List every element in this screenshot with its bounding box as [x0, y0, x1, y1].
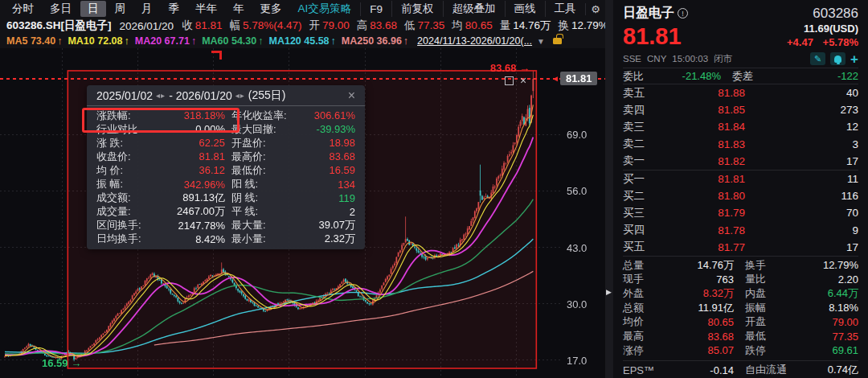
tooltip-row-value: 18.98: [329, 137, 355, 149]
tooltip-row-value: 2: [350, 206, 355, 218]
tooltip-row-right-1: 最大回撤:-39.93%: [231, 122, 355, 136]
range-end-date: 2026/01/20: [176, 89, 232, 102]
ma-label: MA120: [268, 35, 304, 47]
stats-row-最高: 最高83.68最低77.35: [623, 329, 858, 343]
field-label: 高: [357, 19, 368, 31]
candlestick-chart-region[interactable]: 69.056.043.030.017.0 ◄ 81.81 83.68 → × 1…: [0, 48, 605, 378]
orderbook-row-卖一[interactable]: 卖一81.8217: [623, 153, 858, 170]
menu-item-超级叠加[interactable]: 超级叠加: [443, 1, 505, 17]
edit-icon[interactable]: ✎: [810, 52, 825, 65]
range-dropdown-icon[interactable]: ▼: [537, 37, 545, 46]
y-axis-tick-17.0: 17.0: [567, 355, 587, 367]
orderbook-volume: 3: [745, 138, 858, 150]
alert-bell-icon[interactable]: [830, 52, 845, 65]
tooltip-row-value: 2.32万: [325, 232, 355, 246]
menu-item-画线[interactable]: 画线: [505, 1, 545, 17]
field-幅: 幅5.78%(4.47): [229, 18, 301, 33]
stats-row-涨停: 涨停85.07跌停69.61: [623, 343, 858, 358]
ma-legend-MA120: MA120 45.58↑: [268, 35, 335, 47]
tab-period-分时[interactable]: 分时: [5, 1, 41, 17]
orderbook-row-卖三[interactable]: 卖三81.8412: [623, 118, 858, 135]
tooltip-close-icon[interactable]: ×: [348, 89, 355, 102]
ma-legend-MA20: MA20 67.71↑: [135, 35, 196, 47]
stock-app-window: 分时多日日周月季半年年更多 AI交易策略F9前复权超级叠加画线工具⚙?› 603…: [0, 0, 868, 378]
orderbook-level-label: 卖三: [623, 120, 660, 134]
orderbook-row-卖五[interactable]: 卖五81.8840: [623, 84, 858, 101]
field-低: 低77.35: [404, 18, 444, 33]
panel-divider[interactable]: ▶: [605, 0, 613, 378]
drawing-delete-icon[interactable]: ×: [520, 75, 526, 86]
field-value: 81.81: [195, 19, 223, 31]
stock-name: 日盈电子: [623, 5, 674, 22]
ma-legend-MA250: MA250 36.96↑: [342, 35, 408, 47]
tooltip-row-label: 平 线:: [231, 204, 258, 219]
ma-value: 73.40: [31, 35, 55, 47]
usd-price: 11.69(USD): [780, 23, 858, 35]
tab-period-日[interactable]: 日: [80, 1, 106, 17]
tab-period-周[interactable]: 周: [108, 1, 133, 17]
orderbook-row-买四[interactable]: 买四81.789: [623, 222, 858, 239]
menu-item-F9[interactable]: F9: [360, 2, 391, 16]
exchange-label: SSE: [623, 54, 641, 64]
tab-period-季[interactable]: 季: [162, 1, 187, 17]
orderbook-level-label: 买五: [623, 240, 660, 254]
visible-range-text[interactable]: 2024/11/13-2026/01/20(...: [417, 35, 532, 47]
stat-label: 开盘: [745, 314, 792, 329]
field-量: 量14.76万: [500, 18, 551, 33]
unlock-icon[interactable]: [553, 38, 562, 44]
orderbook-row-买一[interactable]: 买一81.8111: [623, 171, 858, 187]
orderbook-row-卖四[interactable]: 卖四81.85273: [623, 101, 858, 118]
ma-label: MA20: [135, 35, 165, 47]
tooltip-row-right-9: 最小量:2.32万: [231, 232, 355, 246]
tab-period-半年[interactable]: 半年: [188, 1, 224, 17]
orderbook-row-卖二[interactable]: 卖二81.833: [623, 136, 858, 153]
orderbook-row-买五[interactable]: 买五81.7717: [623, 239, 858, 256]
stat-label: 内盘: [745, 286, 792, 301]
free-float-value: 0.74亿: [792, 363, 858, 377]
drawing-tools: ×: [505, 75, 526, 86]
field-value: 83.68: [370, 19, 397, 31]
eps-value: -0.14: [660, 364, 734, 376]
settings-gear-icon[interactable]: ⚙: [585, 3, 606, 15]
tab-period-多日[interactable]: 多日: [43, 1, 79, 17]
price-row: 81.81 11.69(USD) +4.47 +5.78%: [623, 23, 858, 48]
tooltip-row-value: 318.18%: [184, 109, 231, 121]
add-watchlist-icon[interactable]: +: [850, 52, 858, 66]
tooltip-row-value: 2467.00万: [177, 204, 231, 219]
drawing-style-icon[interactable]: [505, 76, 514, 85]
info-icon[interactable]: !: [678, 8, 688, 18]
orderbook-volume: 17: [745, 155, 858, 167]
field-value: 12.79%: [571, 19, 605, 31]
tooltip-row-left-4: 均 价:36.12: [96, 163, 231, 177]
orderbook-volume: 17: [745, 241, 858, 253]
stat-value: 85.07: [660, 344, 734, 356]
market-status: 闭市: [714, 53, 732, 65]
tooltip-row-value: 134: [338, 179, 355, 191]
stat-value: 77.35: [792, 331, 858, 343]
range-start-date: 2025/01/02: [96, 89, 153, 102]
orderbook-level-label: 卖五: [623, 86, 660, 101]
range-end-stepper-icon[interactable]: ◂▸: [235, 91, 245, 100]
tooltip-row-right-5: 阳 线:134: [231, 177, 355, 191]
menu-item-前复权[interactable]: 前复权: [391, 1, 443, 17]
interval-low-label: 16.59 →: [42, 357, 81, 369]
tooltip-row-label: 收盘价:: [96, 150, 131, 164]
tab-period-年[interactable]: 年: [226, 1, 252, 17]
menu-item-工具[interactable]: 工具: [545, 1, 585, 17]
range-start-stepper-icon[interactable]: ◂▸: [156, 91, 166, 100]
quote-panel: 日盈电子 ! 603286 81.81 11.69(USD) +4.47 +5.…: [613, 0, 868, 378]
panel-collapse-icon[interactable]: ▶: [606, 288, 612, 296]
tooltip-row-label: 区间换手:: [96, 218, 141, 232]
orderbook-row-买二[interactable]: 买二81.80116: [623, 187, 858, 204]
orderbook-level-label: 买三: [623, 206, 660, 220]
tab-period-更多[interactable]: 更多: [253, 1, 289, 17]
tab-period-月[interactable]: 月: [134, 1, 160, 17]
stat-label: 外盘: [623, 286, 660, 301]
symbol-label: 603286.SH[日盈电子]: [6, 18, 112, 33]
menu-item-AI交易策略[interactable]: AI交易策略: [289, 1, 361, 17]
orderbook-row-买三[interactable]: 买三81.7970: [623, 204, 858, 221]
stat-label: 最高: [623, 329, 660, 343]
stat-value: 2.20: [792, 273, 858, 286]
tooltip-row-label: 涨跌幅:: [96, 109, 131, 123]
orderbook-volume: 116: [745, 190, 858, 202]
